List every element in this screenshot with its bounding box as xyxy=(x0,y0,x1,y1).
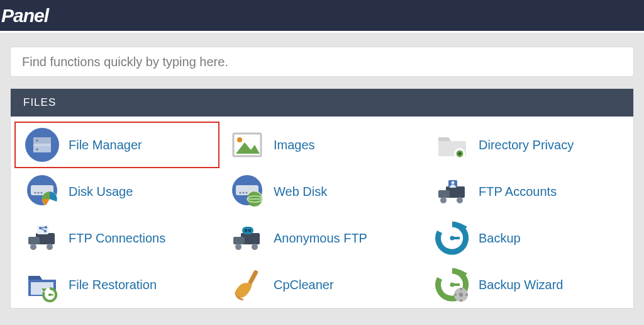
item-file-manager[interactable]: File Manager xyxy=(14,122,219,168)
svg-point-20 xyxy=(239,191,241,193)
item-backup[interactable]: Backup xyxy=(425,215,630,261)
item-label: File Manager xyxy=(69,138,142,152)
svg-rect-63 xyxy=(460,288,462,290)
item-label: CpCleaner xyxy=(274,278,334,292)
svg-marker-8 xyxy=(236,142,260,154)
svg-point-29 xyxy=(457,197,463,203)
brand-logo: Panel xyxy=(0,5,48,26)
directory-privacy-icon xyxy=(435,127,470,162)
disk-usage-icon xyxy=(25,174,60,209)
svg-point-45 xyxy=(252,244,258,250)
item-label: FTP Accounts xyxy=(479,185,557,199)
svg-rect-43 xyxy=(233,237,245,244)
cpcleaner-icon xyxy=(230,267,265,302)
svg-point-48 xyxy=(248,229,252,232)
svg-rect-66 xyxy=(465,294,468,296)
web-disk-icon xyxy=(230,174,265,209)
svg-point-4 xyxy=(36,139,38,141)
svg-point-15 xyxy=(37,191,39,193)
svg-point-62 xyxy=(459,293,463,297)
svg-point-47 xyxy=(245,229,248,232)
svg-point-44 xyxy=(235,244,242,250)
svg-rect-57 xyxy=(248,270,258,285)
item-label: Anonymous FTP xyxy=(274,231,367,246)
svg-rect-46 xyxy=(242,227,253,234)
ftp-connections-icon xyxy=(25,220,60,256)
svg-rect-2 xyxy=(33,137,51,144)
item-anonymous-ftp[interactable]: Anonymous FTP xyxy=(219,215,425,261)
svg-point-28 xyxy=(440,197,447,203)
svg-point-34 xyxy=(30,244,36,250)
svg-point-22 xyxy=(245,191,247,193)
svg-point-7 xyxy=(237,137,242,142)
ftp-accounts-icon xyxy=(435,174,470,209)
item-web-disk[interactable]: Web Disk xyxy=(219,168,425,215)
backup-wizard-icon xyxy=(435,267,470,302)
page-body: FILES File Manager Images Directory Priv… xyxy=(0,47,644,309)
svg-rect-27 xyxy=(438,190,450,198)
item-label: Backup Wizard xyxy=(479,278,564,292)
item-file-restoration[interactable]: File Restoration xyxy=(14,261,219,308)
files-grid: File Manager Images Directory Privacy Di… xyxy=(11,117,633,308)
item-disk-usage[interactable]: Disk Usage xyxy=(14,168,219,215)
item-directory-privacy[interactable]: Directory Privacy xyxy=(425,122,630,168)
item-cpcleaner[interactable]: CpCleaner xyxy=(219,261,425,308)
file-restoration-icon xyxy=(25,267,60,302)
item-label: FTP Connections xyxy=(69,231,165,246)
images-icon xyxy=(230,127,265,162)
panel-title: FILES xyxy=(23,96,56,109)
search-box xyxy=(10,47,634,77)
svg-point-35 xyxy=(47,244,53,250)
file-manager-icon xyxy=(25,127,60,162)
anonymous-ftp-icon xyxy=(230,220,265,256)
item-label: Images xyxy=(274,138,315,152)
item-backup-wizard[interactable]: Backup Wizard xyxy=(425,261,630,308)
search-input[interactable] xyxy=(10,47,634,77)
item-ftp-accounts[interactable]: FTP Accounts xyxy=(425,168,630,215)
svg-line-41 xyxy=(40,227,46,228)
svg-point-11 xyxy=(458,152,462,156)
svg-point-5 xyxy=(36,148,38,150)
item-ftp-connections[interactable]: FTP Connections xyxy=(14,215,219,261)
svg-rect-33 xyxy=(28,237,40,244)
svg-rect-3 xyxy=(33,146,51,152)
svg-point-31 xyxy=(452,181,455,185)
svg-point-14 xyxy=(34,191,36,193)
files-panel: FILES File Manager Images Directory Priv… xyxy=(10,88,634,309)
backup-icon xyxy=(435,220,470,256)
item-images[interactable]: Images xyxy=(219,122,425,168)
item-label: Web Disk xyxy=(274,185,327,199)
panel-header[interactable]: FILES xyxy=(11,89,633,117)
svg-point-16 xyxy=(40,191,42,193)
item-label: Directory Privacy xyxy=(479,138,574,152)
svg-point-21 xyxy=(242,191,244,193)
item-label: Backup xyxy=(479,231,521,246)
svg-rect-64 xyxy=(460,299,462,302)
top-bar: Panel xyxy=(0,0,644,33)
svg-rect-65 xyxy=(454,294,457,296)
item-label: File Restoration xyxy=(69,278,157,292)
item-label: Disk Usage xyxy=(69,185,133,199)
